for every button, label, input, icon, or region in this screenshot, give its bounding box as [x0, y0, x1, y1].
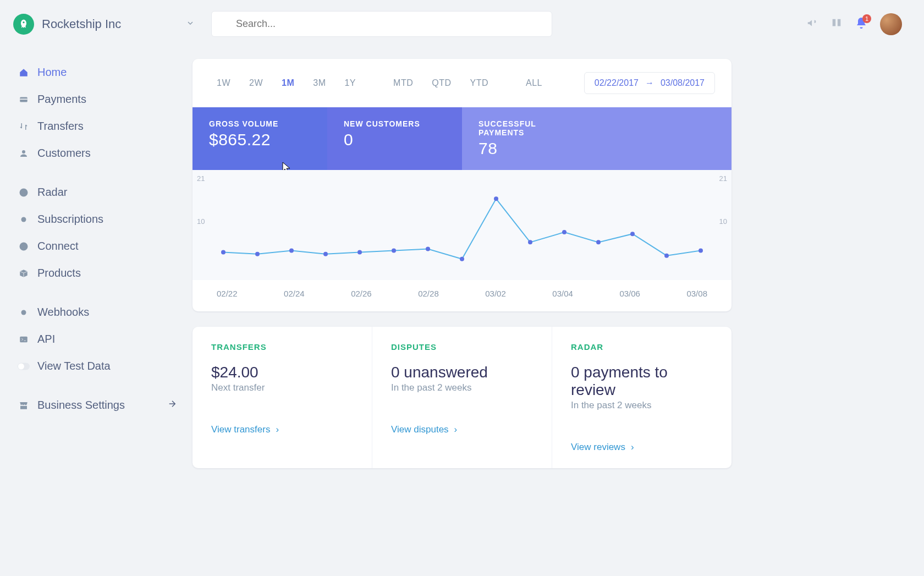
notifications-bell[interactable]: 1 [855, 17, 868, 32]
radar-icon [18, 186, 30, 199]
y-tick: 10 [719, 217, 727, 226]
sidebar-item-label: Webhooks [37, 306, 89, 319]
svg-point-13 [221, 250, 226, 255]
chevron-right-icon: › [454, 424, 458, 435]
kpi-label: SUCCESSFUL PAYMENTS [479, 119, 580, 137]
chart-area: 21 21 10 10 [193, 170, 732, 280]
range-tab-qtd[interactable]: QTD [424, 75, 459, 91]
sidebar-item-view-test-data[interactable]: View Test Data [13, 353, 182, 380]
svg-point-15 [289, 249, 294, 253]
svg-point-14 [255, 252, 260, 256]
svg-point-21 [494, 196, 498, 201]
svg-point-11 [18, 363, 24, 369]
sidebar-item-connect[interactable]: Connect [13, 233, 182, 260]
kpi-label: NEW CUSTOMERS [344, 119, 446, 128]
range-tab-1w[interactable]: 1W [209, 75, 238, 91]
panel-sub: In the past 2 weeks [391, 382, 533, 393]
panel-value: 0 unanswered [391, 364, 533, 381]
range-tab-3m[interactable]: 3M [305, 75, 333, 91]
book-icon[interactable] [831, 17, 843, 31]
x-tick: 02/26 [351, 289, 372, 298]
org-name: Rocketship Inc [42, 17, 178, 31]
org-switcher[interactable]: Rocketship Inc [13, 14, 195, 35]
sidebar-item-api[interactable]: API [13, 326, 182, 353]
sidebar-item-transfers[interactable]: Transfers [13, 113, 182, 140]
y-tick: 21 [719, 174, 727, 183]
view-reviews-link[interactable]: View reviews › [571, 442, 713, 453]
date-from: 02/22/2017 [595, 78, 639, 88]
kpi-new-customers[interactable]: NEW CUSTOMERS0 [327, 107, 462, 170]
svg-point-4 [22, 150, 25, 153]
panel-sub: In the past 2 weeks [571, 400, 713, 411]
dot-icon [18, 306, 30, 319]
svg-rect-9 [20, 336, 28, 342]
y-tick: 10 [197, 217, 205, 226]
svg-point-17 [358, 250, 362, 255]
panel-transfers: TRANSFERS $24.00 Next transfer View tran… [193, 327, 372, 468]
sidebar-item-customers[interactable]: Customers [13, 140, 182, 167]
chevron-down-icon [186, 19, 195, 30]
sidebar-item-label: Home [37, 66, 67, 79]
range-tab-all[interactable]: ALL [518, 75, 550, 91]
x-tick: 02/28 [418, 289, 439, 298]
sidebar-item-label: View Test Data [37, 360, 111, 372]
panel-value: $24.00 [211, 364, 353, 381]
sidebar-item-label: Transfers [37, 120, 84, 133]
svg-point-25 [630, 232, 635, 236]
megaphone-icon[interactable] [806, 17, 818, 31]
kpi-gross-volume[interactable]: GROSS VOLUME$865.22 [193, 107, 327, 170]
sidebar-item-label: Payments [37, 93, 86, 106]
sidebar-item-label: Business Settings [37, 399, 125, 412]
chevron-right-icon: › [276, 424, 279, 435]
kpi-value: $865.22 [209, 130, 311, 149]
svg-point-16 [323, 252, 328, 256]
x-tick: 03/02 [485, 289, 506, 298]
store-icon [18, 399, 30, 412]
sidebar-item-webhooks[interactable]: Webhooks [13, 299, 182, 326]
panel-radar: RADAR 0 payments to review In the past 2… [552, 327, 732, 468]
svg-point-27 [698, 249, 703, 253]
kpi-successful-payments[interactable]: SUCCESSFUL PAYMENTS78 [462, 107, 597, 170]
notification-count: 1 [862, 14, 871, 23]
sidebar-item-label: Products [37, 267, 81, 279]
date-range-picker[interactable]: 02/22/2017 → 03/08/2017 [584, 72, 715, 94]
view-transfers-link[interactable]: View transfers › [211, 424, 353, 435]
swap-icon [18, 120, 30, 133]
range-tab-1y[interactable]: 1Y [337, 75, 364, 91]
sidebar-item-home[interactable]: Home [13, 59, 182, 86]
kpi-blank[interactable] [597, 107, 732, 170]
search-input[interactable] [211, 11, 552, 37]
kpi-value: 78 [479, 139, 580, 158]
panel-title: RADAR [571, 342, 713, 352]
view-disputes-link[interactable]: View disputes › [391, 424, 533, 435]
sidebar-item-label: Subscriptions [37, 213, 103, 226]
range-tab-ytd[interactable]: YTD [462, 75, 496, 91]
svg-point-20 [460, 257, 464, 261]
sidebar-item-products[interactable]: Products [13, 260, 182, 287]
terminal-icon [18, 333, 30, 345]
panel-title: DISPUTES [391, 342, 533, 352]
avatar[interactable] [880, 13, 902, 35]
x-tick: 03/06 [619, 289, 640, 298]
range-tab-mtd[interactable]: MTD [386, 75, 421, 91]
dot-icon [18, 213, 30, 226]
arrow-right-icon [167, 399, 177, 412]
sidebar-item-label: Radar [37, 186, 67, 199]
range-tab-2w[interactable]: 2W [241, 75, 271, 91]
sidebar-item-radar[interactable]: Radar [13, 179, 182, 206]
sidebar-item-label: Connect [37, 240, 79, 253]
sidebar-item-business-settings[interactable]: Business Settings [13, 392, 182, 419]
panel-value: 0 payments to review [571, 364, 713, 399]
y-tick: 21 [197, 174, 205, 183]
range-tab-1m[interactable]: 1M [274, 75, 302, 91]
chevron-right-icon: › [631, 442, 634, 453]
card-icon [18, 94, 30, 106]
arrow-right-icon: → [645, 78, 654, 88]
sidebar-item-subscriptions[interactable]: Subscriptions [13, 206, 182, 233]
svg-point-26 [664, 254, 669, 258]
x-tick: 02/22 [217, 289, 238, 298]
sidebar-item-payments[interactable]: Payments [13, 86, 182, 113]
kpi-label: GROSS VOLUME [209, 119, 311, 128]
svg-point-8 [21, 310, 26, 315]
svg-point-22 [528, 240, 532, 244]
